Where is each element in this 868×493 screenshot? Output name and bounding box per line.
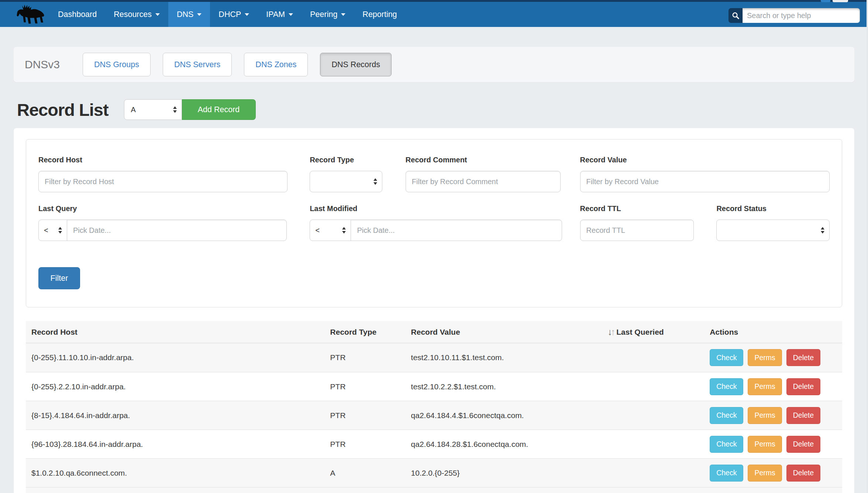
delete-button[interactable]: Delete	[786, 465, 820, 482]
search-button[interactable]	[728, 8, 743, 23]
select-stepper-icon	[173, 106, 177, 113]
record-value-cell: test2.10.10.11.$1.test.com.	[406, 353, 605, 362]
delete-button[interactable]: Delete	[786, 349, 820, 366]
record-ttl-filter-input[interactable]	[580, 220, 694, 241]
check-button[interactable]: Check	[710, 378, 743, 395]
last-modified-filter-label: Last Modified	[310, 204, 562, 214]
record-comment-filter-input[interactable]	[406, 171, 561, 192]
add-record-button[interactable]: Add Record	[182, 99, 256, 120]
top-navbar: Dashboard Resources DNS DHCP	[0, 0, 868, 27]
nav-menu-item[interactable]: Dashboard	[49, 2, 105, 27]
global-search	[728, 8, 860, 23]
record-actions-cell: Check Perms Delete	[704, 465, 842, 482]
table-row: {0-255}.2.2.10.in-addr.arpa. PTR test2.1…	[26, 372, 842, 401]
last-query-operator-value: <	[44, 226, 48, 235]
record-value-cell: qa2.64.184.28.$1.6conectqa.com.	[406, 440, 605, 449]
nav-menu-item[interactable]: Peering	[302, 2, 354, 27]
top-edge-decoration	[821, 0, 830, 2]
column-header-last-queried[interactable]: ↓↑ Last Queried	[604, 327, 704, 337]
top-edge-decoration	[833, 0, 848, 2]
filter-button[interactable]: Filter	[38, 267, 80, 289]
nav-menu-item-label: Reporting	[362, 10, 397, 19]
last-modified-date-input[interactable]	[351, 220, 562, 241]
last-modified-operator-select[interactable]: <	[310, 220, 351, 241]
delete-button[interactable]: Delete	[786, 407, 820, 424]
perms-button[interactable]: Perms	[748, 407, 782, 424]
column-header-record-value[interactable]: Record Value	[406, 328, 605, 337]
last-query-operator-select[interactable]: <	[38, 220, 67, 241]
record-actions-cell: Check Perms Delete	[704, 407, 842, 424]
select-stepper-icon	[342, 227, 346, 234]
perms-button[interactable]: Perms	[748, 436, 782, 453]
perms-button[interactable]: Perms	[748, 378, 782, 395]
record-type-select-value: A	[131, 106, 136, 114]
last-query-date-input[interactable]	[67, 220, 287, 241]
nav-menu-item-label: Peering	[310, 10, 337, 19]
record-value-filter-label: Record Value	[580, 156, 830, 165]
record-host-filter-input[interactable]	[38, 171, 287, 192]
record-type-cell: PTR	[325, 440, 406, 449]
dns-section-tab[interactable]: DNS Zones	[244, 53, 308, 76]
nav-menu-item-label: IPAM	[266, 10, 285, 19]
column-header-record-type[interactable]: Record Type	[325, 328, 406, 337]
record-host-cell: {8-15}.4.184.64.in-addr.arpa.	[26, 411, 325, 420]
check-button[interactable]: Check	[710, 465, 743, 482]
select-stepper-icon	[821, 227, 824, 234]
page-title: Record List	[17, 100, 108, 120]
moose-logo[interactable]	[14, 4, 48, 25]
chevron-down-icon	[155, 13, 160, 16]
record-comment-filter-label: Record Comment	[406, 156, 561, 165]
record-type-filter-label: Record Type	[310, 156, 382, 165]
search-icon	[731, 11, 740, 20]
record-actions-cell: Check Perms Delete	[704, 436, 842, 453]
check-button[interactable]: Check	[710, 436, 743, 453]
perms-button[interactable]: Perms	[748, 349, 782, 366]
record-type-cell: PTR	[325, 382, 406, 391]
record-list-card: Record Host Record Type Record Comment R…	[14, 128, 854, 493]
delete-button[interactable]: Delete	[786, 436, 820, 453]
select-stepper-icon	[373, 178, 377, 185]
check-button[interactable]: Check	[710, 407, 743, 424]
last-modified-operator-value: <	[315, 226, 320, 235]
scrollbar-track[interactable]	[867, 0, 868, 493]
sort-icon[interactable]: ↓↑	[607, 327, 614, 337]
check-button[interactable]: Check	[710, 349, 743, 366]
table-row: {8-15}.4.184.64.in-addr.arpa. PTR qa2.64…	[26, 401, 842, 430]
record-value-filter-input[interactable]	[580, 171, 830, 192]
column-header-actions: Actions	[704, 328, 842, 337]
dns-section-tab[interactable]: DNS Servers	[163, 53, 232, 76]
dnsv3-tab-bar: DNSv3 DNS Groups DNS Servers DNS Zones D…	[14, 47, 854, 82]
perms-button[interactable]: Perms	[748, 465, 782, 482]
record-type-select[interactable]: A	[124, 99, 182, 120]
nav-menu-item[interactable]: IPAM	[258, 2, 302, 27]
dns-section-tab[interactable]: DNS Records	[320, 53, 391, 76]
record-status-filter-select[interactable]	[716, 220, 830, 241]
records-table: Record Host Record Type Record Value ↓↑ …	[26, 321, 842, 493]
nav-menu-item[interactable]: DNS	[168, 2, 210, 27]
nav-menu-item[interactable]: Resources	[105, 2, 168, 27]
nav-menu-item-label: DNS	[177, 10, 193, 19]
dns-section-tab[interactable]: DNS Groups	[83, 53, 151, 76]
column-header-last-queried-label: Last Queried	[616, 328, 664, 337]
chevron-down-icon	[245, 13, 249, 16]
nav-menu-item[interactable]: Reporting	[354, 2, 405, 27]
nav-menu-item-label: Resources	[114, 10, 152, 19]
main-menu: Dashboard Resources DNS DHCP	[49, 2, 406, 27]
record-type-filter-select[interactable]	[310, 171, 382, 192]
record-actions-cell: Check Perms Delete	[704, 349, 842, 366]
record-host-filter-label: Record Host	[38, 156, 287, 165]
dnsv3-title: DNSv3	[25, 58, 60, 71]
nav-menu-item[interactable]: DHCP	[210, 2, 258, 27]
record-host-cell: {96-103}.28.184.64.in-addr.arpa.	[26, 440, 325, 449]
table-row: $1.0.2.10.qa.6connect.com. A 10.2.0.{0-2…	[26, 458, 842, 487]
search-input[interactable]	[743, 8, 860, 23]
table-header-row: Record Host Record Type Record Value ↓↑ …	[26, 321, 842, 343]
record-type-cell: PTR	[325, 353, 406, 362]
record-ttl-filter-label: Record TTL	[580, 204, 694, 214]
delete-button[interactable]: Delete	[786, 378, 820, 395]
record-host-cell: $1.0.2.10.qa.6connect.com.	[26, 469, 325, 478]
record-list-header: Record List A Add Record	[17, 99, 868, 120]
record-status-filter-label: Record Status	[716, 204, 830, 214]
dns-section-tab-label: DNS Servers	[174, 60, 220, 69]
column-header-record-host[interactable]: Record Host	[26, 328, 325, 337]
